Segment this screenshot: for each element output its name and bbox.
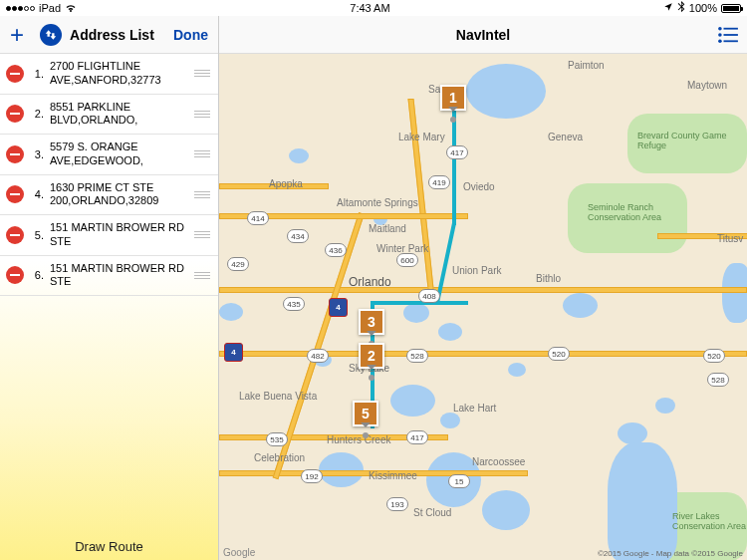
sidebar-title: Address List: [70, 27, 154, 43]
map-marker[interactable]: 2: [359, 343, 384, 369]
drag-handle-icon[interactable]: [192, 272, 212, 279]
svg-rect-5: [724, 40, 738, 42]
svg-point-4: [718, 39, 722, 43]
add-address-button[interactable]: +: [6, 23, 28, 47]
google-logo: Google: [223, 547, 255, 558]
map-marker[interactable]: 3: [359, 309, 384, 335]
bluetooth-icon: [677, 1, 685, 15]
svg-rect-1: [724, 27, 738, 29]
address-number: 5.: [30, 229, 44, 241]
menu-button[interactable]: [717, 26, 739, 44]
battery-pct: 100%: [689, 2, 717, 14]
wifi-icon: [65, 3, 77, 13]
sidebar: + Address List Done 1. 2700 FLIGHTLINE A…: [0, 16, 219, 560]
address-number: 2.: [30, 108, 44, 120]
map-marker[interactable]: 1: [440, 85, 466, 111]
address-item[interactable]: 5. 151 MARTIN BROWER RD STE: [0, 215, 218, 256]
address-item[interactable]: 6. 151 MARTIN BROWER RD STE: [0, 256, 218, 297]
address-number: 1.: [30, 68, 44, 80]
draw-route-button[interactable]: Draw Route: [0, 529, 218, 560]
svg-rect-3: [724, 34, 738, 36]
drag-handle-icon[interactable]: [192, 231, 212, 238]
signal-icon: [6, 6, 35, 11]
address-text: 2700 FLIGHTLINE AVE,SANFORD,32773: [50, 60, 186, 88]
address-text: 8551 PARKLINE BLVD,ORLANDO,: [50, 101, 186, 129]
map-canvas[interactable]: Google ©2015 Google - Map data ©2015 Goo…: [219, 54, 747, 560]
delete-button[interactable]: [6, 185, 24, 203]
map-panel: NavIntel: [219, 16, 747, 560]
address-item[interactable]: 3. 5579 S. ORANGE AVE,EDGEWOOD,: [0, 135, 218, 175]
status-bar: iPad 7:43 AM 100%: [0, 0, 747, 16]
svg-point-0: [718, 26, 722, 30]
delete-button[interactable]: [6, 65, 24, 83]
map-header: NavIntel: [219, 16, 747, 54]
address-list: 1. 2700 FLIGHTLINE AVE,SANFORD,32773 2. …: [0, 54, 218, 529]
address-number: 3.: [30, 148, 44, 160]
delete-button[interactable]: [6, 105, 24, 123]
address-number: 6.: [30, 269, 44, 281]
delete-button[interactable]: [6, 226, 24, 244]
drag-handle-icon[interactable]: [192, 70, 212, 77]
drag-handle-icon[interactable]: [192, 191, 212, 198]
status-time: 7:43 AM: [350, 2, 389, 14]
status-right: 100%: [663, 1, 741, 15]
map-title: NavIntel: [456, 27, 510, 43]
address-item[interactable]: 4. 1630 PRIME CT STE 200,ORLANDO,32809: [0, 175, 218, 216]
drag-handle-icon[interactable]: [192, 111, 212, 118]
address-text: 5579 S. ORANGE AVE,EDGEWOOD,: [50, 140, 186, 168]
status-left: iPad: [6, 2, 77, 14]
address-text: 1630 PRIME CT STE 200,ORLANDO,32809: [50, 181, 186, 209]
device-label: iPad: [39, 2, 61, 14]
svg-point-2: [718, 33, 722, 37]
battery-icon: [721, 4, 741, 13]
address-text: 151 MARTIN BROWER RD STE: [50, 221, 186, 249]
delete-button[interactable]: [6, 266, 24, 284]
sidebar-header: + Address List Done: [0, 16, 218, 54]
map-attribution: ©2015 Google - Map data ©2015 Google: [598, 549, 743, 558]
delete-button[interactable]: [6, 145, 24, 163]
address-text: 151 MARTIN BROWER RD STE: [50, 262, 186, 290]
map-marker[interactable]: 5: [353, 401, 378, 426]
drag-handle-icon[interactable]: [192, 150, 212, 157]
location-icon: [663, 2, 673, 14]
address-item[interactable]: 2. 8551 PARKLINE BLVD,ORLANDO,: [0, 95, 218, 136]
address-item[interactable]: 1. 2700 FLIGHTLINE AVE,SANFORD,32773: [0, 54, 218, 95]
address-number: 4.: [30, 188, 44, 200]
reorder-button[interactable]: [40, 24, 62, 46]
done-button[interactable]: Done: [169, 27, 212, 43]
